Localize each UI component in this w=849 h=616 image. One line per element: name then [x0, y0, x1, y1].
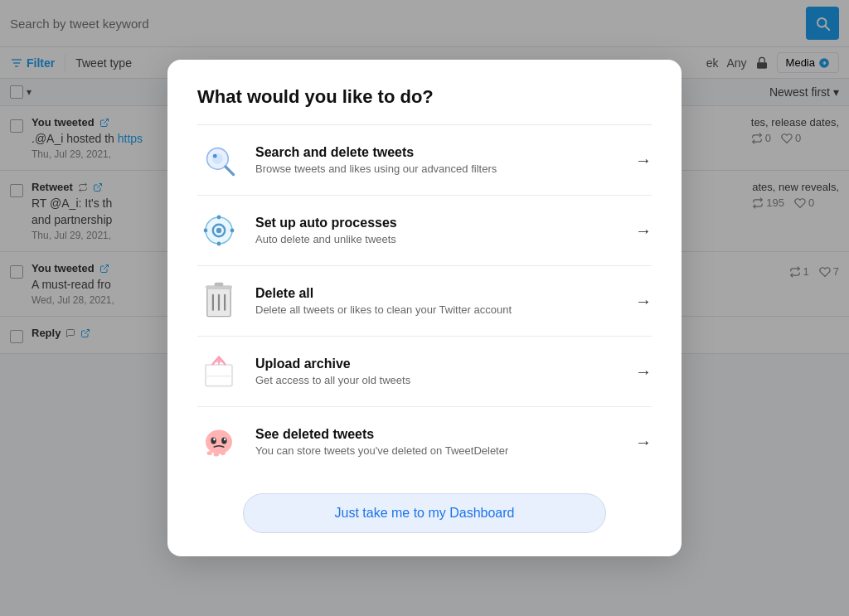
- option-text-3: Delete all Delete all tweets or likes to…: [255, 286, 620, 316]
- option-text-5: See deleted tweets You can store tweets …: [255, 427, 620, 457]
- delete-all-icon: [197, 279, 240, 323]
- option-arrow-3: →: [635, 292, 652, 311]
- option-auto-process[interactable]: Set up auto processes Auto delete and un…: [197, 196, 652, 266]
- option-arrow-2: →: [635, 221, 652, 240]
- option-arrow-4: →: [635, 362, 652, 381]
- option-arrow-5: →: [635, 433, 652, 452]
- svg-point-35: [224, 438, 226, 440]
- svg-point-20: [204, 229, 208, 233]
- option-upload-archive[interactable]: Upload archive Get access to all your ol…: [197, 337, 652, 407]
- option-title-3: Delete all: [255, 286, 620, 301]
- option-delete-all[interactable]: Delete all Delete all tweets or likes to…: [197, 266, 652, 337]
- svg-rect-27: [215, 283, 224, 286]
- svg-point-18: [217, 216, 221, 220]
- option-desc-4: Get access to all your old tweets: [255, 374, 620, 386]
- option-desc-5: You can store tweets you've deleted on T…: [255, 444, 620, 457]
- modal-overlay[interactable]: What would you like to do? Search and de…: [0, 0, 849, 616]
- option-desc-1: Browse tweets and likes using our advanc…: [255, 162, 620, 175]
- see-deleted-icon: [197, 420, 240, 463]
- svg-point-33: [221, 437, 226, 444]
- dashboard-button[interactable]: Just take me to my Dashboard: [243, 493, 606, 533]
- svg-rect-28: [206, 365, 232, 386]
- option-title-2: Set up auto processes: [255, 216, 620, 230]
- svg-point-19: [217, 242, 221, 246]
- option-see-deleted[interactable]: See deleted tweets You can store tweets …: [197, 407, 652, 477]
- svg-point-31: [206, 430, 232, 454]
- upload-archive-icon: [197, 350, 240, 393]
- option-search-delete[interactable]: Search and delete tweets Browse tweets a…: [197, 125, 652, 196]
- svg-rect-29: [204, 376, 233, 377]
- svg-point-34: [213, 438, 215, 440]
- svg-rect-38: [221, 451, 226, 455]
- option-desc-2: Auto delete and unlike tweets: [255, 233, 620, 245]
- svg-point-17: [216, 228, 221, 233]
- svg-rect-37: [214, 453, 219, 457]
- option-title-1: Search and delete tweets: [255, 145, 620, 160]
- option-desc-3: Delete all tweets or likes to clean your…: [255, 303, 620, 316]
- option-title-5: See deleted tweets: [255, 427, 620, 442]
- svg-point-21: [230, 229, 235, 233]
- modal-title: What would you like to do?: [197, 86, 652, 108]
- svg-point-32: [211, 437, 216, 444]
- svg-line-13: [226, 167, 234, 175]
- option-arrow-1: →: [635, 151, 652, 170]
- option-text-1: Search and delete tweets Browse tweets a…: [255, 145, 620, 175]
- search-delete-icon: [197, 138, 240, 182]
- option-title-4: Upload archive: [255, 357, 620, 371]
- svg-rect-36: [207, 451, 212, 455]
- option-text-2: Set up auto processes Auto delete and un…: [255, 216, 620, 245]
- action-modal: What would you like to do? Search and de…: [167, 60, 682, 556]
- svg-point-14: [213, 154, 217, 158]
- option-text-4: Upload archive Get access to all your ol…: [255, 357, 620, 386]
- auto-process-icon: [197, 209, 240, 252]
